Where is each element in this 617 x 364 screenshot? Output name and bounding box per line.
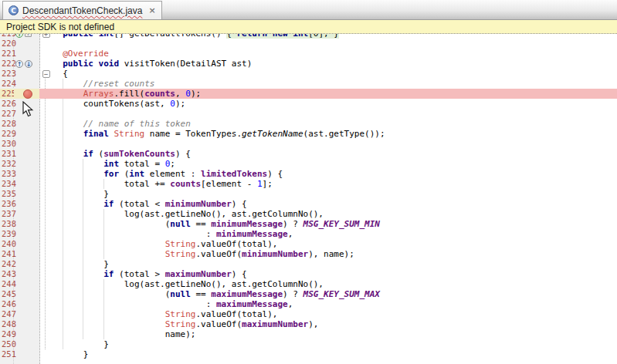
overridden-method-icon[interactable]: ↓ <box>25 60 32 68</box>
breakpoint-gutter[interactable] <box>14 229 39 239</box>
code-line[interactable]: 241 String.valueOf(minimumNumber), name)… <box>0 249 617 259</box>
fold-strip[interactable] <box>39 289 53 299</box>
code-line-text[interactable]: log(ast.getLineNo(), ast.getColumnNo(), <box>53 279 617 289</box>
code-editor[interactable]: 219↑++ public int[] getDefaultTokens() {… <box>0 34 617 364</box>
code-line[interactable]: 234 total += counts[element - 1]; <box>0 179 617 189</box>
breakpoint-icon[interactable] <box>23 89 32 99</box>
code-line-text[interactable]: //reset counts <box>53 79 617 89</box>
code-line-text[interactable]: } <box>53 349 617 359</box>
breakpoint-gutter[interactable] <box>14 129 39 139</box>
code-line[interactable]: 239 : minimumMessage, <box>0 229 617 239</box>
fold-strip[interactable] <box>39 139 53 149</box>
code-line[interactable]: 221 @Override <box>0 49 617 59</box>
code-line[interactable]: 245 (null == maximumMessage) ? MSG_KEY_S… <box>0 289 617 299</box>
breakpoint-gutter[interactable] <box>14 89 39 99</box>
code-line[interactable]: 244 log(ast.getLineNo(), ast.getColumnNo… <box>0 279 617 289</box>
breakpoint-gutter[interactable] <box>14 39 39 49</box>
fold-expand-icon[interactable]: + <box>42 34 50 38</box>
code-line[interactable]: 248 String.valueOf(maximumNumber), <box>0 319 617 329</box>
fold-strip[interactable] <box>39 59 53 69</box>
code-line[interactable]: 249 name); <box>0 329 617 339</box>
code-line-text[interactable]: // name of this token <box>53 119 617 129</box>
code-line-text[interactable]: int total = 0; <box>53 159 617 169</box>
breakpoint-gutter[interactable] <box>14 119 39 129</box>
fold-strip[interactable] <box>39 159 53 169</box>
breakpoint-gutter[interactable] <box>14 159 39 169</box>
breakpoint-gutter[interactable] <box>14 329 39 339</box>
fold-strip[interactable]: − <box>39 69 53 79</box>
breakpoint-gutter[interactable] <box>14 249 39 259</box>
code-line-text[interactable]: final String name = TokenTypes.getTokenN… <box>53 129 617 139</box>
code-line-text[interactable] <box>53 39 617 49</box>
code-line-text[interactable]: } <box>53 189 617 199</box>
fold-strip[interactable] <box>39 269 53 279</box>
breakpoint-gutter[interactable] <box>14 309 39 319</box>
breakpoint-gutter[interactable] <box>14 269 39 279</box>
code-line-text[interactable]: if (total > maximumNumber) { <box>53 269 617 279</box>
code-line[interactable]: 230 <box>0 139 617 149</box>
code-line-text[interactable]: if (sumTokenCounts) { <box>53 149 617 159</box>
code-line-text[interactable]: public void visitToken(DetailAST ast) <box>53 59 617 69</box>
code-line[interactable]: 231 if (sumTokenCounts) { <box>0 149 617 159</box>
code-line-text[interactable]: (null == minimumMessage) ? MSG_KEY_SUM_M… <box>53 219 617 229</box>
code-line[interactable]: 223− { <box>0 69 617 79</box>
fold-strip[interactable] <box>39 199 53 209</box>
code-line[interactable]: 251 } <box>0 349 617 359</box>
code-line-text[interactable]: name); <box>53 329 617 339</box>
fold-strip[interactable] <box>39 209 53 219</box>
code-line-text[interactable]: String.valueOf(minimumNumber), name); <box>53 249 617 259</box>
breakpoint-gutter[interactable] <box>14 209 39 219</box>
tab-descendant-token-check[interactable]: C DescendantTokenCheck.java × <box>2 1 162 19</box>
breakpoint-gutter[interactable] <box>14 79 39 89</box>
code-line[interactable]: 220 <box>0 39 617 49</box>
code-line-text[interactable] <box>53 139 617 149</box>
breakpoint-gutter[interactable] <box>14 219 39 229</box>
fold-strip[interactable] <box>39 119 53 129</box>
code-line-text[interactable] <box>53 109 617 119</box>
fold-strip[interactable] <box>39 79 53 89</box>
breakpoint-gutter[interactable] <box>14 289 39 299</box>
code-line-text[interactable]: for (int element : limitedTokens) { <box>53 169 617 179</box>
fold-strip[interactable] <box>39 249 53 259</box>
fold-strip[interactable] <box>39 339 53 349</box>
breakpoint-gutter[interactable] <box>14 239 39 249</box>
fold-strip[interactable] <box>39 309 53 319</box>
fold-strip[interactable] <box>39 349 53 359</box>
fold-strip[interactable] <box>39 179 53 189</box>
fold-strip[interactable] <box>39 49 53 59</box>
breakpoint-gutter[interactable] <box>14 259 39 269</box>
code-line[interactable]: 247 String.valueOf(total), <box>0 309 617 319</box>
code-line[interactable]: 242 } <box>0 259 617 269</box>
breakpoint-gutter[interactable] <box>14 179 39 189</box>
breakpoint-gutter[interactable] <box>14 139 39 149</box>
code-line-text[interactable]: log(ast.getLineNo(), ast.getColumnNo(), <box>53 209 617 219</box>
code-line[interactable]: 227 <box>0 109 617 119</box>
code-line[interactable]: 237 log(ast.getLineNo(), ast.getColumnNo… <box>0 209 617 219</box>
code-line[interactable]: 238 (null == minimumMessage) ? MSG_KEY_S… <box>0 219 617 229</box>
fold-strip[interactable] <box>39 109 53 119</box>
breakpoint-gutter[interactable] <box>14 279 39 289</box>
code-line-text[interactable]: : maximumMessage, <box>53 299 617 309</box>
code-line[interactable]: 240 String.valueOf(total), <box>0 239 617 249</box>
code-line[interactable]: 225 Arrays.fill(counts, 0); <box>0 89 617 99</box>
code-line-text[interactable]: String.valueOf(maximumNumber), <box>53 319 617 329</box>
breakpoint-gutter[interactable] <box>14 169 39 179</box>
code-line-text[interactable]: : minimumMessage, <box>53 229 617 239</box>
fold-strip[interactable] <box>39 149 53 159</box>
code-line-text[interactable]: (null == maximumMessage) ? MSG_KEY_SUM_M… <box>53 289 617 299</box>
fold-strip[interactable] <box>39 239 53 249</box>
code-line-text[interactable]: Arrays.fill(counts, 0); <box>53 89 617 99</box>
breakpoint-gutter[interactable] <box>14 69 39 79</box>
fold-strip[interactable] <box>39 229 53 239</box>
breakpoint-gutter[interactable] <box>14 299 39 309</box>
fold-strip[interactable] <box>39 99 53 109</box>
breakpoint-gutter[interactable] <box>14 339 39 349</box>
breakpoint-gutter[interactable] <box>14 189 39 199</box>
code-line[interactable]: 235 } <box>0 189 617 199</box>
code-line[interactable]: 229 final String name = TokenTypes.getTo… <box>0 129 617 139</box>
breakpoint-gutter[interactable] <box>14 199 39 209</box>
code-line-text[interactable]: } <box>53 259 617 269</box>
breakpoint-gutter[interactable] <box>14 49 39 59</box>
fold-collapse-icon[interactable]: − <box>42 70 50 78</box>
code-line[interactable]: 243 if (total > maximumNumber) { <box>0 269 617 279</box>
